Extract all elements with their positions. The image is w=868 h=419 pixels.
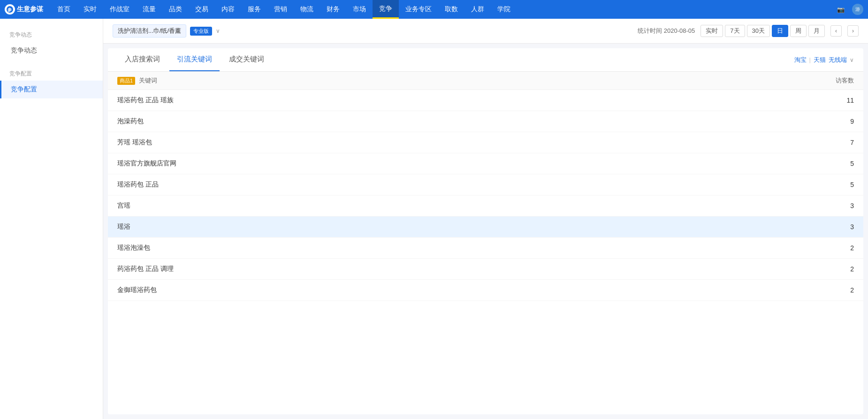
nav-item-取数[interactable]: 取数 bbox=[438, 0, 464, 19]
row-keyword: 金御瑶浴药包 bbox=[117, 286, 816, 294]
nav-item-作战室[interactable]: 作战室 bbox=[103, 0, 136, 19]
table-row[interactable]: 瑶浴泡澡包2 bbox=[108, 238, 863, 259]
platform-sep: | bbox=[809, 56, 811, 63]
row-count: 7 bbox=[816, 139, 854, 146]
btn-7d[interactable]: 7天 bbox=[725, 25, 745, 37]
svg-text:参: 参 bbox=[8, 7, 12, 12]
platform-tianmao[interactable]: 天猫 bbox=[814, 56, 826, 64]
product-badge: 商品1 bbox=[117, 77, 135, 85]
table-row[interactable]: 药浴药包 正品 调理2 bbox=[108, 259, 863, 280]
nav-item-首页[interactable]: 首页 bbox=[51, 0, 77, 19]
col-keyword-label: 关键词 bbox=[139, 76, 816, 85]
nav-item-服务[interactable]: 服务 bbox=[241, 0, 267, 19]
nav-logo[interactable]: 参 生意参谋 bbox=[5, 4, 43, 15]
row-count: 2 bbox=[816, 286, 854, 294]
logo-icon: 参 bbox=[5, 4, 15, 15]
row-count: 3 bbox=[816, 223, 854, 231]
row-count: 9 bbox=[816, 118, 854, 125]
tab-rudian-sousuoci[interactable]: 入店搜索词 bbox=[117, 48, 168, 71]
content-area: 洗护清洁剂...巾/纸/香薰 专业版 ∨ 统计时间 2020-08-05 实时 … bbox=[103, 19, 868, 419]
row-keyword: 瑶浴官方旗舰店官网 bbox=[117, 159, 816, 168]
nav-item-品类[interactable]: 品类 bbox=[162, 0, 189, 19]
nav-item-学院[interactable]: 学院 bbox=[491, 0, 517, 19]
nav-right: 📷 游 bbox=[834, 4, 863, 15]
tab-yinliu-guanjianci[interactable]: 引流关键词 bbox=[169, 48, 220, 71]
nav-item-内容[interactable]: 内容 bbox=[215, 0, 241, 19]
row-count: 2 bbox=[816, 265, 854, 273]
table-row[interactable]: 瑶浴官方旗舰店官网5 bbox=[108, 153, 863, 174]
nav-item-竞争[interactable]: 竞争 bbox=[373, 0, 399, 19]
toolbar-selector: 洗护清洁剂...巾/纸/香薰 专业版 ∨ bbox=[113, 24, 220, 37]
table-row[interactable]: 瑶浴药包 正品 瑶族11 bbox=[108, 90, 863, 111]
table-row[interactable]: 瑶浴药包 正品5 bbox=[108, 174, 863, 195]
category-dropdown-arrow[interactable]: ∨ bbox=[216, 28, 220, 34]
nav-items: 首页实时作战室流量品类交易内容服务营销物流财务市场竞争业务专区取数人群学院 bbox=[51, 0, 834, 19]
pro-badge[interactable]: 专业版 bbox=[190, 27, 212, 36]
table-row[interactable]: 芳瑶 瑶浴包7 bbox=[108, 132, 863, 153]
sidebar-section1-title: 竞争动态 bbox=[0, 28, 103, 42]
row-keyword: 瑶浴药包 正品 bbox=[117, 180, 816, 189]
row-keyword: 药浴药包 正品 调理 bbox=[117, 265, 816, 273]
btn-30d[interactable]: 30天 bbox=[747, 25, 770, 37]
btn-month[interactable]: 月 bbox=[808, 25, 825, 37]
row-count: 11 bbox=[816, 97, 854, 104]
time-buttons: 实时 7天 30天 日 周 月 bbox=[700, 25, 825, 37]
top-navigation: 参 生意参谋 首页实时作战室流量品类交易内容服务营销物流财务市场竞争业务专区取数… bbox=[0, 0, 868, 19]
table-row[interactable]: 泡澡药包9 bbox=[108, 111, 863, 132]
row-keyword: 芳瑶 瑶浴包 bbox=[117, 138, 816, 147]
table-container: 商品1 关键词 访客数 瑶浴药包 正品 瑶族11泡澡药包9芳瑶 瑶浴包7瑶浴官方… bbox=[108, 72, 863, 414]
sidebar: 竞争动态 竞争动态 竞争配置 竞争配置 bbox=[0, 19, 103, 419]
platform-links: 淘宝 | 天猫 无线端 ∨ bbox=[794, 56, 854, 64]
row-keyword: 宫瑶 bbox=[117, 202, 816, 210]
row-count: 5 bbox=[816, 160, 854, 167]
col-visitors-label: 访客数 bbox=[816, 76, 854, 85]
btn-day[interactable]: 日 bbox=[772, 25, 788, 37]
nav-item-财务[interactable]: 财务 bbox=[320, 0, 346, 19]
table-row[interactable]: 宫瑶3 bbox=[108, 195, 863, 217]
sidebar-item-jingzheng-dongtai[interactable]: 竞争动态 bbox=[0, 42, 103, 60]
platform-taobao[interactable]: 淘宝 bbox=[794, 56, 807, 64]
btn-week[interactable]: 周 bbox=[790, 25, 807, 37]
platform-wuxianhao[interactable]: 无线端 bbox=[829, 56, 847, 64]
row-keyword: 泡澡药包 bbox=[117, 117, 816, 126]
platform-dropdown-arrow[interactable]: ∨ bbox=[850, 57, 854, 63]
btn-realtime[interactable]: 实时 bbox=[700, 25, 723, 37]
sidebar-item-jingzheng-peizhi[interactable]: 竞争配置 bbox=[0, 81, 103, 98]
nav-item-交易[interactable]: 交易 bbox=[189, 0, 215, 19]
btn-prev[interactable]: ‹ bbox=[830, 25, 842, 37]
nav-item-业务专区[interactable]: 业务专区 bbox=[399, 0, 438, 19]
table-rows: 瑶浴药包 正品 瑶族11泡澡药包9芳瑶 瑶浴包7瑶浴官方旗舰店官网5瑶浴药包 正… bbox=[108, 90, 863, 301]
stat-label: 统计时间 2020-08-05 bbox=[638, 27, 695, 35]
main-layout: 竞争动态 竞争动态 竞争配置 竞争配置 洗护清洁剂...巾/纸/香薰 专业版 ∨… bbox=[0, 19, 868, 419]
row-keyword: 瑶浴泡澡包 bbox=[117, 244, 816, 252]
row-count: 2 bbox=[816, 244, 854, 252]
nav-item-营销[interactable]: 营销 bbox=[267, 0, 294, 19]
table-row[interactable]: 金御瑶浴药包2 bbox=[108, 280, 863, 301]
table-row[interactable]: 瑶浴3 bbox=[108, 217, 863, 238]
user-avatar[interactable]: 游 bbox=[852, 4, 863, 15]
btn-next[interactable]: › bbox=[847, 25, 859, 37]
row-keyword: 瑶浴 bbox=[117, 223, 816, 231]
logo-text: 生意参谋 bbox=[17, 5, 43, 14]
nav-camera-icon[interactable]: 📷 bbox=[834, 6, 847, 13]
tab-chengjiao-guanjianci[interactable]: 成交关键词 bbox=[221, 48, 272, 71]
toolbar: 洗护清洁剂...巾/纸/香薰 专业版 ∨ 统计时间 2020-08-05 实时 … bbox=[103, 19, 868, 44]
main-panel: 入店搜索词 引流关键词 成交关键词 淘宝 | 天猫 无线端 ∨ bbox=[108, 48, 863, 414]
nav-item-人群[interactable]: 人群 bbox=[464, 0, 491, 19]
row-keyword: 瑶浴药包 正品 瑶族 bbox=[117, 96, 816, 105]
tabs-row: 入店搜索词 引流关键词 成交关键词 淘宝 | 天猫 无线端 ∨ bbox=[108, 48, 863, 72]
table-header: 商品1 关键词 访客数 bbox=[108, 72, 863, 90]
nav-item-实时[interactable]: 实时 bbox=[77, 0, 103, 19]
row-count: 5 bbox=[816, 181, 854, 188]
sidebar-section2-title: 竞争配置 bbox=[0, 67, 103, 81]
row-count: 3 bbox=[816, 202, 854, 210]
nav-item-市场[interactable]: 市场 bbox=[346, 0, 373, 19]
nav-item-流量[interactable]: 流量 bbox=[136, 0, 162, 19]
category-tag[interactable]: 洗护清洁剂...巾/纸/香薰 bbox=[113, 24, 186, 37]
nav-item-物流[interactable]: 物流 bbox=[294, 0, 320, 19]
